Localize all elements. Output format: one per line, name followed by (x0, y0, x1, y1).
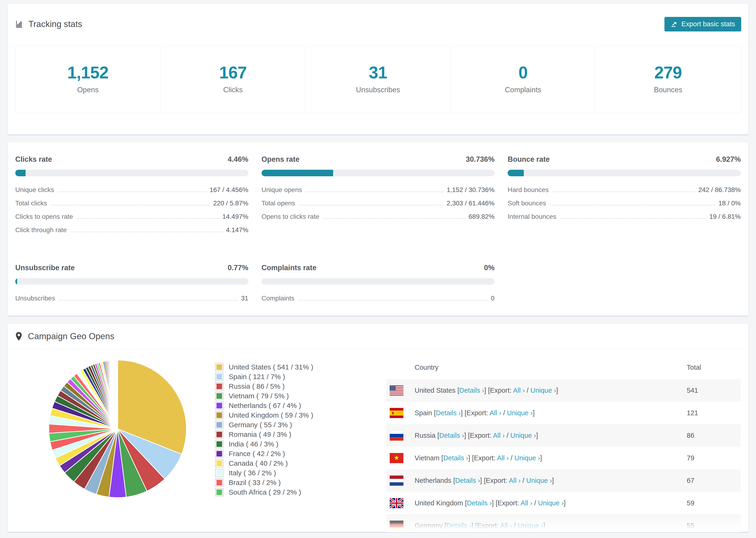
bracket: [ (463, 499, 467, 507)
export-all-link[interactable]: All › (490, 409, 501, 417)
stat-value: 31 (306, 64, 451, 81)
pie-slice[interactable] (117, 360, 118, 429)
rate-detail-label: Unique clicks (15, 186, 54, 194)
legend-item: India ( 46 / 3% ) (215, 439, 313, 449)
dotted-leader (550, 205, 716, 205)
rate-detail-row: Unique clicks167 / 4.456% (15, 186, 248, 199)
rate-detail-value: 689.82% (469, 213, 495, 220)
legend-item: Brazil ( 33 / 2% ) (215, 478, 313, 487)
country-cell: Germany [Details ›] [Export: All › / Uni… (415, 522, 687, 529)
progress-bar-fill (15, 170, 26, 176)
stat-value: 0 (451, 64, 595, 81)
details-link[interactable]: Details › (439, 432, 464, 439)
export-unique-link[interactable]: Unique › (530, 387, 556, 394)
slash-separator: / (501, 409, 507, 417)
table-row-ru: Russia [Details ›] [Export: All › / Uniq… (386, 424, 741, 447)
export-unique-link[interactable]: Unique › (517, 522, 543, 529)
flag-es-icon (390, 408, 404, 418)
pie-chart-svg (47, 358, 188, 499)
export-all-link[interactable]: All › (493, 432, 505, 439)
tracking-stats-title: Tracking stats (28, 19, 82, 29)
details-link[interactable]: Details › (443, 454, 468, 462)
export-unique-link[interactable]: Unique › (514, 454, 540, 462)
details-link[interactable]: Details › (459, 387, 484, 394)
stat-value: 1,152 (16, 64, 160, 81)
stats-row: 1,152Opens167Clicks31Unsubscribes0Compla… (15, 46, 741, 113)
legend-item: South Africa ( 29 / 2% ) (215, 487, 313, 497)
rate-detail-label: Unsubscribes (15, 295, 55, 302)
country-cell: Russia [Details ›] [Export: All › / Uniq… (415, 432, 687, 439)
bracket: ] (543, 522, 545, 529)
legend-label: Netherlands ( 67 / 4% ) (229, 402, 301, 409)
export-unique-link[interactable]: Unique › (538, 499, 564, 507)
export-unique-link[interactable]: Unique › (507, 409, 533, 417)
progress-bar (261, 170, 495, 176)
legend-swatch (215, 392, 224, 400)
export-all-link[interactable]: All › (520, 499, 532, 507)
slash-separator: / (509, 454, 514, 462)
legend-label: Brazil ( 33 / 2% ) (229, 479, 281, 487)
geo-opens-table: CountryTotalUnited States [Details ›] [E… (386, 355, 741, 532)
legend-label: South Africa ( 29 / 2% ) (229, 488, 301, 496)
export-basic-stats-label: Export basic stats (681, 20, 735, 28)
rate-detail-value: 31 (241, 295, 248, 302)
export-all-link[interactable]: All › (500, 522, 512, 529)
dotted-leader (71, 232, 223, 232)
legend-swatch (215, 382, 224, 391)
export-all-link[interactable]: All › (513, 387, 525, 394)
country-cell: United States [Details ›] [Export: All ›… (415, 387, 687, 394)
rate-card-bounce-rate: Bounce rate6.927%Hard bounces242 / 86.73… (508, 155, 741, 240)
details-link[interactable]: Details › (455, 477, 480, 484)
page-title: Tracking stats (15, 19, 82, 29)
total-value: 59 (687, 499, 741, 507)
map-pin-icon (15, 332, 23, 341)
legend-item: Germany ( 55 / 3% ) (215, 420, 313, 430)
legend-item: Canada ( 40 / 2% ) (215, 458, 313, 468)
export-basic-stats-button[interactable]: Export basic stats (665, 17, 741, 31)
rate-detail-row: Internal bounces19 / 6.81% (508, 213, 741, 226)
total-value: 86 (687, 432, 741, 439)
country-name: United States (415, 387, 456, 394)
dotted-leader (58, 191, 207, 192)
rates-card: Clicks rate4.46%Unique clicks167 / 4.456… (8, 142, 748, 316)
rate-detail-value: 18 / 0% (719, 199, 741, 207)
dotted-leader (298, 300, 488, 300)
details-link[interactable]: Details › (446, 522, 471, 529)
total-value: 121 (687, 409, 741, 417)
legend-swatch (215, 363, 224, 371)
dotted-leader (77, 218, 220, 219)
legend-label: Romania ( 49 / 3% ) (229, 430, 291, 439)
export-all-link[interactable]: All › (509, 477, 520, 484)
export-all-link[interactable]: All › (497, 454, 509, 462)
dotted-leader (323, 218, 466, 219)
details-link[interactable]: Details › (467, 499, 492, 507)
export-prefix: ] [Export: (468, 454, 497, 462)
legend-label: Vietnam ( 79 / 5% ) (229, 392, 289, 400)
flag-gb-icon (390, 498, 404, 508)
legend-swatch (215, 402, 224, 410)
rate-detail-row: Unique opens1,152 / 30.736% (261, 186, 495, 199)
legend-label: United Kingdom ( 59 / 3% ) (229, 411, 313, 419)
export-unique-link[interactable]: Unique › (511, 432, 536, 439)
dotted-leader (553, 191, 696, 192)
rate-detail-label: Total clicks (15, 199, 47, 207)
total-value: 541 (687, 387, 741, 394)
stat-value: 167 (161, 64, 305, 81)
legend-swatch (215, 440, 224, 448)
rate-title: Bounce rate (508, 155, 550, 164)
bracket: ] (552, 477, 554, 484)
legend-swatch (215, 488, 224, 497)
rate-card-complaints-rate: Complaints rate0%Complaints0 (261, 264, 495, 308)
export-unique-link[interactable]: Unique › (526, 477, 552, 484)
details-link[interactable]: Details › (436, 409, 460, 417)
rate-detail-row: Hard bounces242 / 86.738% (508, 186, 741, 199)
table-row-nl: Netherlands [Details ›] [Export: All › /… (386, 469, 741, 492)
rate-detail-value: 1,152 / 30.736% (447, 186, 495, 194)
slash-separator: / (525, 387, 530, 394)
bracket: ] (556, 387, 558, 394)
rate-value: 30.736% (466, 155, 495, 164)
legend-item: Vietnam ( 79 / 5% ) (215, 391, 313, 401)
flag-us-icon (390, 385, 404, 396)
rate-detail-value: 14.497% (222, 213, 248, 220)
stat-label: Opens (16, 86, 160, 94)
